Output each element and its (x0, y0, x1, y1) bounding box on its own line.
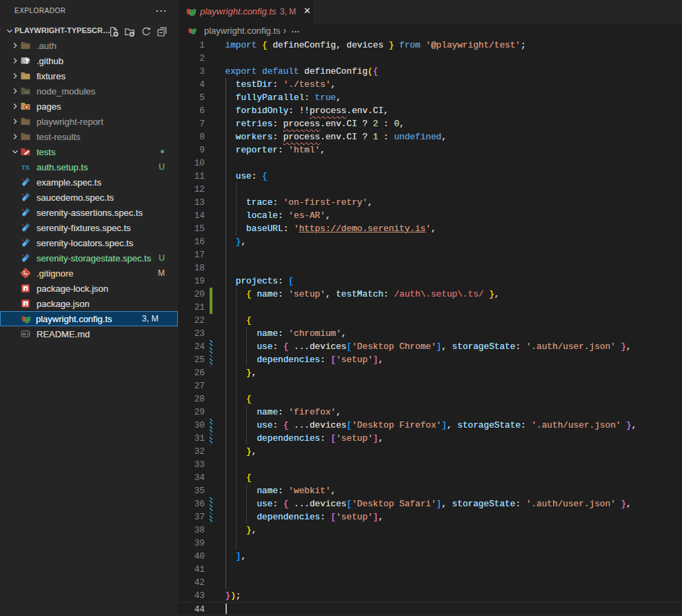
svg-text:TS: TS (21, 163, 30, 171)
